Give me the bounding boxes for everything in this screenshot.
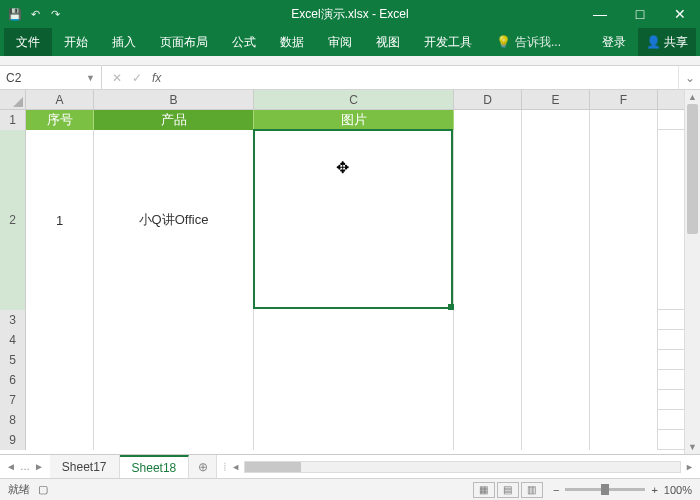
cell-B2[interactable]: 小Q讲Office [94, 130, 254, 310]
tab-insert[interactable]: 插入 [100, 28, 148, 56]
cell-A1[interactable]: 序号 [26, 110, 94, 130]
cell-B3[interactable] [94, 310, 254, 330]
scroll-right-icon[interactable]: ► [685, 462, 694, 472]
nav-first-icon[interactable]: ◄ [6, 461, 16, 472]
macro-record-icon[interactable]: ▢ [38, 483, 48, 496]
scroll-thumb[interactable] [687, 104, 698, 234]
cell-A3[interactable] [26, 310, 94, 330]
expand-formula-icon[interactable]: ⌄ [678, 66, 700, 89]
tab-data[interactable]: 数据 [268, 28, 316, 56]
cell-A4[interactable] [26, 330, 94, 350]
row-header-4[interactable]: 4 [0, 330, 26, 350]
cell-B7[interactable] [94, 390, 254, 410]
cell-D1[interactable] [454, 110, 522, 130]
redo-icon[interactable]: ↷ [48, 7, 62, 21]
cancel-icon[interactable]: ✕ [112, 71, 122, 85]
tab-view[interactable]: 视图 [364, 28, 412, 56]
minimize-button[interactable]: — [580, 0, 620, 28]
vertical-scrollbar[interactable]: ▲ ▼ [684, 90, 700, 454]
sheet-tab-active[interactable]: Sheet18 [120, 455, 190, 478]
cell-D3[interactable] [454, 310, 522, 330]
col-header-F[interactable]: F [590, 90, 658, 109]
zoom-level[interactable]: 100% [664, 484, 692, 496]
cell-D7[interactable] [454, 390, 522, 410]
cell-F4[interactable] [590, 330, 658, 350]
tab-file[interactable]: 文件 [4, 28, 52, 56]
cell-D9[interactable] [454, 430, 522, 450]
tab-home[interactable]: 开始 [52, 28, 100, 56]
scroll-up-icon[interactable]: ▲ [685, 90, 700, 104]
h-scroll-thumb[interactable] [245, 462, 301, 472]
cell-F9[interactable] [590, 430, 658, 450]
enter-icon[interactable]: ✓ [132, 71, 142, 85]
row-header-2[interactable]: 2 [0, 130, 26, 310]
chevron-down-icon[interactable]: ▼ [86, 73, 95, 83]
tab-developer[interactable]: 开发工具 [412, 28, 484, 56]
cell-E8[interactable] [522, 410, 590, 430]
cell-C7[interactable] [254, 390, 454, 410]
cell-D6[interactable] [454, 370, 522, 390]
col-header-A[interactable]: A [26, 90, 94, 109]
row-header-6[interactable]: 6 [0, 370, 26, 390]
cell-B1[interactable]: 产品 [94, 110, 254, 130]
undo-icon[interactable]: ↶ [28, 7, 42, 21]
cell-A2[interactable]: 1 [26, 130, 94, 310]
cell-B8[interactable] [94, 410, 254, 430]
cell-A7[interactable] [26, 390, 94, 410]
cell-E7[interactable] [522, 390, 590, 410]
login-button[interactable]: 登录 [590, 28, 638, 56]
cell-E4[interactable] [522, 330, 590, 350]
tab-page-layout[interactable]: 页面布局 [148, 28, 220, 56]
cell-E5[interactable] [522, 350, 590, 370]
cell-F8[interactable] [590, 410, 658, 430]
save-icon[interactable]: 💾 [8, 7, 22, 21]
cell-A9[interactable] [26, 430, 94, 450]
cell-F7[interactable] [590, 390, 658, 410]
maximize-button[interactable]: □ [620, 0, 660, 28]
formula-input[interactable] [171, 66, 678, 89]
tab-review[interactable]: 审阅 [316, 28, 364, 56]
col-header-E[interactable]: E [522, 90, 590, 109]
row-header-7[interactable]: 7 [0, 390, 26, 410]
cell-C1[interactable]: 图片 [254, 110, 454, 130]
cell-B5[interactable] [94, 350, 254, 370]
cell-B9[interactable] [94, 430, 254, 450]
tab-formulas[interactable]: 公式 [220, 28, 268, 56]
tell-me[interactable]: 💡 告诉我... [484, 28, 573, 56]
cell-C3[interactable] [254, 310, 454, 330]
view-normal-icon[interactable]: ▦ [473, 482, 495, 498]
cell-A8[interactable] [26, 410, 94, 430]
row-header-9[interactable]: 9 [0, 430, 26, 450]
cell-C2[interactable] [254, 130, 454, 310]
cell-F6[interactable] [590, 370, 658, 390]
close-button[interactable]: ✕ [660, 0, 700, 28]
cell-E6[interactable] [522, 370, 590, 390]
cell-E2[interactable] [522, 130, 590, 310]
cell-D4[interactable] [454, 330, 522, 350]
fx-icon[interactable]: fx [152, 71, 161, 85]
add-sheet-button[interactable]: ⊕ [189, 455, 217, 478]
cell-F3[interactable] [590, 310, 658, 330]
row-header-1[interactable]: 1 [0, 110, 26, 130]
cell-F5[interactable] [590, 350, 658, 370]
row-header-8[interactable]: 8 [0, 410, 26, 430]
sheet-tab-prev[interactable]: Sheet17 [50, 455, 120, 478]
zoom-out-button[interactable]: − [553, 484, 559, 496]
name-box[interactable]: C2 ▼ [0, 66, 102, 89]
cell-C9[interactable] [254, 430, 454, 450]
cell-C8[interactable] [254, 410, 454, 430]
scroll-down-icon[interactable]: ▼ [685, 440, 700, 454]
cell-D5[interactable] [454, 350, 522, 370]
zoom-in-button[interactable]: + [651, 484, 657, 496]
row-header-3[interactable]: 3 [0, 310, 26, 330]
cell-A5[interactable] [26, 350, 94, 370]
cell-A6[interactable] [26, 370, 94, 390]
cell-D8[interactable] [454, 410, 522, 430]
sheet-nav[interactable]: ◄ … ► [0, 455, 50, 478]
scroll-left-icon[interactable]: ◄ [231, 462, 240, 472]
cell-F2[interactable] [590, 130, 658, 310]
cell-E1[interactable] [522, 110, 590, 130]
row-header-5[interactable]: 5 [0, 350, 26, 370]
view-break-icon[interactable]: ▥ [521, 482, 543, 498]
cell-C4[interactable] [254, 330, 454, 350]
